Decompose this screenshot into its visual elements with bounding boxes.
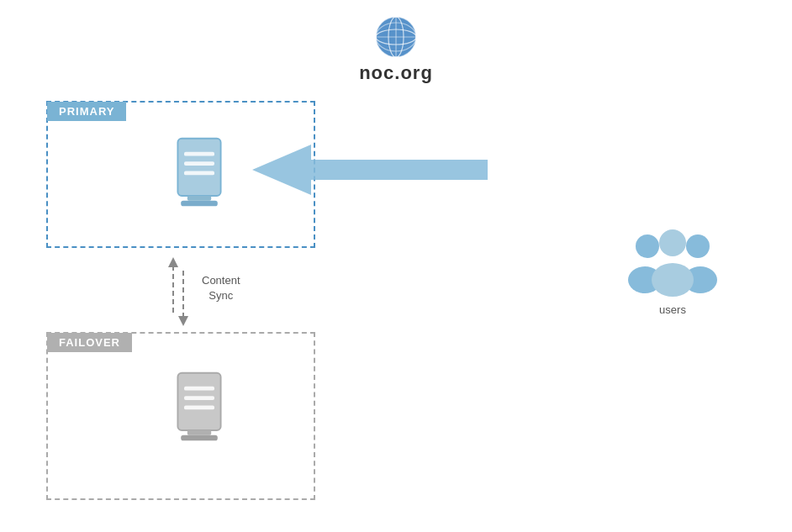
svg-marker-23: [178, 316, 188, 326]
svg-rect-18: [181, 435, 218, 441]
svg-point-29: [652, 263, 694, 297]
svg-rect-9: [184, 161, 214, 166]
primary-label: PRIMARY: [47, 102, 126, 121]
svg-point-28: [659, 229, 686, 256]
svg-point-26: [686, 234, 710, 258]
svg-rect-16: [184, 406, 214, 410]
svg-rect-10: [184, 171, 214, 176]
svg-rect-15: [184, 396, 214, 400]
svg-rect-8: [184, 152, 214, 156]
svg-rect-17: [187, 430, 211, 435]
users-icon: [626, 223, 719, 298]
failover-box: FAILOVER: [46, 332, 315, 500]
failover-label: FAILOVER: [47, 333, 132, 352]
header: noc.org: [0, 0, 792, 84]
svg-rect-13: [177, 373, 220, 430]
svg-marker-21: [168, 257, 178, 267]
svg-marker-19: [252, 145, 488, 195]
primary-server-icon: [170, 134, 229, 210]
users-to-primary-arrow: [252, 145, 488, 195]
svg-rect-12: [181, 201, 218, 207]
svg-rect-7: [177, 139, 220, 196]
users-label: users: [659, 303, 686, 316]
logo-text: noc.org: [359, 62, 433, 84]
svg-rect-14: [184, 387, 214, 391]
users-area: users: [622, 223, 723, 316]
svg-rect-11: [187, 196, 211, 201]
svg-point-24: [636, 234, 659, 258]
noc-logo-globe: [374, 15, 418, 59]
failover-server-icon: [170, 369, 229, 445]
content-sync-label: Content Sync: [202, 273, 240, 303]
content-sync-arrows: [161, 254, 195, 329]
diagram: PRIMARY FAILOVER: [0, 92, 792, 532]
